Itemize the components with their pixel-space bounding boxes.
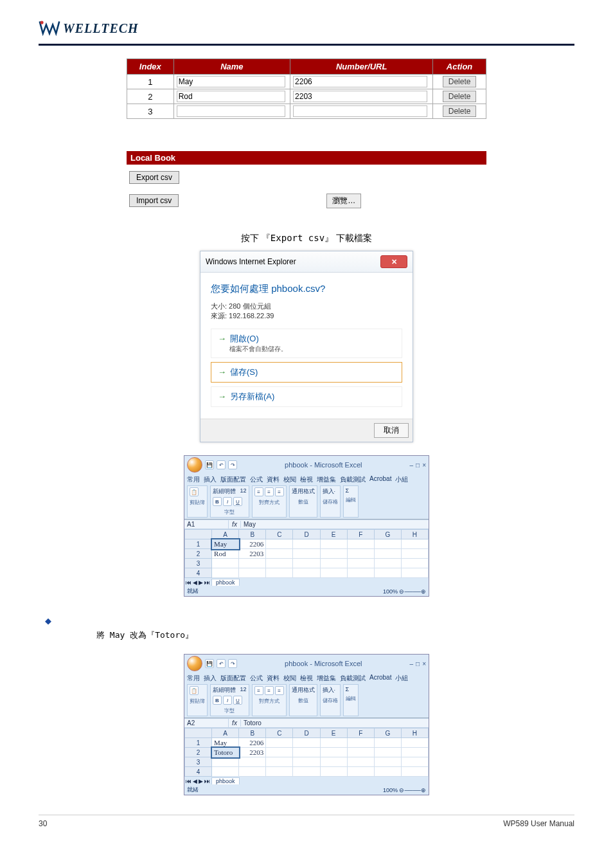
align-icon[interactable]: ≡ bbox=[265, 487, 274, 496]
align-icon[interactable]: ≡ bbox=[265, 686, 274, 695]
align-icon[interactable]: ≡ bbox=[254, 487, 263, 496]
ribbon-group: Σ編輯 bbox=[343, 485, 359, 518]
col-index: Index bbox=[127, 59, 174, 75]
cancel-button[interactable]: 取消 bbox=[374, 423, 409, 438]
tab[interactable]: 插入 bbox=[204, 674, 217, 683]
tab[interactable]: 負載測試 bbox=[340, 674, 366, 683]
sheet-nav-icon[interactable]: ⏮ bbox=[186, 579, 191, 586]
undo-icon[interactable]: ↶ bbox=[217, 460, 226, 469]
arrow-icon: → bbox=[218, 392, 226, 401]
sheet-nav-icon[interactable]: ⏮ bbox=[186, 778, 191, 784]
tab[interactable]: 負載測試 bbox=[340, 475, 366, 484]
delete-button[interactable]: Delete bbox=[443, 105, 477, 117]
tab[interactable]: 常用 bbox=[187, 475, 200, 484]
tab[interactable]: Acrobat bbox=[369, 674, 391, 683]
formula-bar[interactable]: Totoro bbox=[241, 719, 429, 727]
undo-icon[interactable]: ↶ bbox=[217, 659, 226, 668]
number-input[interactable] bbox=[293, 76, 427, 87]
number-input[interactable] bbox=[293, 91, 427, 102]
page-number: 30 bbox=[39, 819, 47, 828]
sheet-nav-icon[interactable]: ▶ bbox=[199, 579, 203, 586]
number-input[interactable] bbox=[293, 105, 427, 117]
office-button-icon[interactable] bbox=[187, 457, 202, 473]
align-icon[interactable]: ≡ bbox=[275, 487, 284, 496]
brand-name: WELLTECH bbox=[63, 21, 139, 36]
sheet-nav-icon[interactable]: ◀ bbox=[193, 579, 197, 586]
sheet-nav-icon[interactable]: ▶ bbox=[199, 778, 203, 784]
tab[interactable]: 資料 bbox=[267, 475, 280, 484]
italic-icon[interactable]: I bbox=[223, 696, 232, 705]
name-box[interactable]: A2 bbox=[184, 719, 229, 727]
tab[interactable]: 增益集 bbox=[317, 475, 336, 484]
arrow-icon: → bbox=[218, 334, 226, 343]
close-icon[interactable]: ✕ bbox=[380, 255, 407, 268]
tab[interactable]: 檢視 bbox=[300, 475, 313, 484]
sheet-nav-icon[interactable]: ⏭ bbox=[204, 579, 210, 586]
paste-icon[interactable]: 📋 bbox=[190, 487, 199, 496]
italic-icon[interactable]: I bbox=[223, 497, 232, 506]
tab[interactable]: 檢視 bbox=[300, 674, 313, 683]
save-icon[interactable]: 💾 bbox=[205, 460, 214, 469]
save-option[interactable]: →儲存(S) bbox=[211, 362, 402, 383]
redo-icon[interactable]: ↷ bbox=[228, 659, 237, 668]
tab[interactable]: 校閱 bbox=[283, 475, 296, 484]
import-csv-button[interactable]: Import csv bbox=[129, 194, 179, 207]
browse-button[interactable]: 瀏覽… bbox=[326, 194, 361, 208]
maximize-icon[interactable]: □ bbox=[416, 660, 420, 667]
tab[interactable]: 校閱 bbox=[283, 674, 296, 683]
underline-icon[interactable]: U bbox=[233, 497, 242, 506]
window-title: phbook - Microsoft Excel bbox=[240, 461, 407, 469]
tab[interactable]: 常用 bbox=[187, 674, 200, 683]
tab[interactable]: 公式 bbox=[250, 475, 263, 484]
delete-button[interactable]: Delete bbox=[443, 91, 477, 102]
tab[interactable]: 小組 bbox=[395, 475, 408, 484]
close-icon[interactable]: × bbox=[422, 462, 426, 469]
name-input[interactable] bbox=[177, 105, 285, 117]
name-box[interactable]: A1 bbox=[184, 520, 229, 529]
tab[interactable]: 插入 bbox=[204, 475, 217, 484]
minimize-icon[interactable]: – bbox=[410, 660, 414, 667]
brand-logo: WELLTECH bbox=[39, 19, 574, 37]
delete-button[interactable]: Delete bbox=[443, 76, 477, 87]
status-text: 就緒 bbox=[187, 587, 199, 595]
name-input[interactable] bbox=[177, 76, 285, 87]
save-icon[interactable]: 💾 bbox=[205, 659, 214, 668]
ribbon-tabs: 常用 插入 版面配置 公式 資料 校閱 檢視 增益集 負載測試 Acrobat … bbox=[187, 475, 426, 484]
fx-icon[interactable]: fx bbox=[229, 521, 241, 528]
export-csv-button[interactable]: Export csv bbox=[129, 171, 179, 184]
maximize-icon[interactable]: □ bbox=[416, 462, 420, 469]
saveas-option[interactable]: →另存新檔(A) bbox=[211, 386, 402, 407]
tab[interactable]: 版面配置 bbox=[220, 475, 246, 484]
office-button-icon[interactable] bbox=[187, 656, 202, 671]
underline-icon[interactable]: U bbox=[233, 696, 242, 705]
fx-icon[interactable]: fx bbox=[229, 719, 241, 727]
redo-icon[interactable]: ↷ bbox=[228, 460, 237, 469]
paste-icon[interactable]: 📋 bbox=[190, 686, 199, 695]
tab[interactable]: 公式 bbox=[250, 674, 263, 683]
sheet-tab[interactable]: phbook bbox=[211, 579, 240, 586]
dialog-source: 來源: 192.168.22.39 bbox=[211, 311, 402, 321]
align-icon[interactable]: ≡ bbox=[275, 686, 284, 695]
sheet-nav-icon[interactable]: ⏭ bbox=[204, 778, 210, 784]
formula-bar[interactable]: May bbox=[241, 520, 429, 529]
close-icon[interactable]: × bbox=[422, 660, 426, 667]
name-input[interactable] bbox=[177, 91, 285, 102]
sheet-nav-icon[interactable]: ◀ bbox=[193, 778, 197, 784]
open-option[interactable]: →開啟(O) 檔案不會自動儲存。 bbox=[211, 329, 402, 358]
spreadsheet-grid[interactable]: ABCDEFGH 1May2206 2Totoro2203 3 4 bbox=[184, 728, 429, 777]
tab[interactable]: 版面配置 bbox=[220, 674, 246, 683]
dialog-size: 大小: 280 個位元組 bbox=[211, 302, 402, 311]
align-icon[interactable]: ≡ bbox=[254, 686, 263, 695]
tab[interactable]: Acrobat bbox=[369, 475, 391, 484]
zoom-level: 100% bbox=[383, 787, 398, 793]
tab[interactable]: 資料 bbox=[267, 674, 280, 683]
minimize-icon[interactable]: – bbox=[410, 462, 414, 469]
tab[interactable]: 小組 bbox=[395, 674, 408, 683]
spreadsheet-grid[interactable]: ABCDEFGH 1May2206 2Rod2203 3 4 bbox=[184, 529, 429, 578]
phonebook-table: Index Name Number/URL Action 1 Delete 2 … bbox=[127, 59, 486, 119]
bold-icon[interactable]: B bbox=[213, 497, 222, 506]
bullet-icon: ◆ bbox=[45, 616, 574, 626]
bold-icon[interactable]: B bbox=[213, 696, 222, 705]
tab[interactable]: 增益集 bbox=[317, 674, 336, 683]
sheet-tab[interactable]: phbook bbox=[211, 777, 240, 784]
